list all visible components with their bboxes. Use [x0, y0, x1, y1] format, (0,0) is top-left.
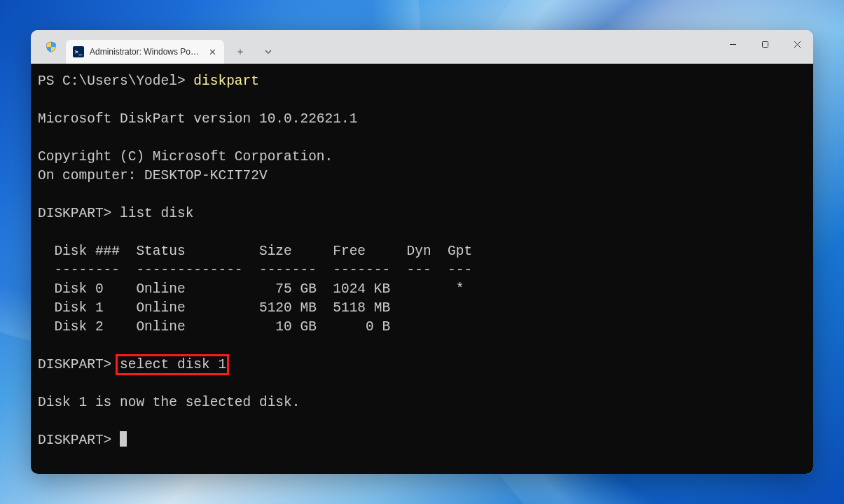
command-diskpart: diskpart: [193, 74, 259, 89]
svg-rect-1: [762, 41, 768, 47]
list-disk-command: DISKPART> list disk: [38, 206, 193, 221]
table-header: Disk ### Status Size Free Dyn Gpt: [38, 244, 472, 259]
diskpart-version: Microsoft DiskPart version 10.0.22621.1: [38, 111, 357, 127]
tab-strip: >_ Administrator: Windows Powe ✕ ＋: [31, 30, 280, 64]
selection-confirmation: Disk 1 is now the selected disk.: [38, 395, 300, 410]
tab-dropdown-button[interactable]: [256, 40, 280, 64]
ps-prompt: PS C:\Users\Yodel>: [38, 74, 193, 89]
diskpart-prompt: DISKPART>: [38, 357, 120, 372]
maximize-button[interactable]: [749, 30, 781, 58]
titlebar[interactable]: >_ Administrator: Windows Powe ✕ ＋: [31, 30, 813, 64]
new-tab-button[interactable]: ＋: [228, 40, 252, 64]
table-row: Disk 2 Online 10 GB 0 B: [38, 319, 390, 335]
tab-title: Administrator: Windows Powe: [90, 47, 200, 57]
select-disk-command: select disk 1: [120, 357, 226, 372]
close-button[interactable]: [781, 30, 813, 58]
window-controls: [717, 30, 813, 58]
tab-close-button[interactable]: ✕: [206, 46, 219, 58]
cursor: [120, 431, 127, 447]
computer-line: On computer: DESKTOP-KCIT72V: [38, 168, 268, 183]
terminal-window: >_ Administrator: Windows Powe ✕ ＋ PS C:…: [31, 30, 813, 474]
uac-shield-icon: [36, 30, 66, 64]
table-divider: -------- ------------- ------- ------- -…: [38, 262, 472, 278]
table-row: Disk 1 Online 5120 MB 5118 MB: [38, 300, 390, 316]
powershell-icon: >_: [73, 46, 84, 57]
table-row: Disk 0 Online 75 GB 1024 KB *: [38, 281, 464, 297]
terminal-body[interactable]: PS C:\Users\Yodel> diskpart Microsoft Di…: [31, 64, 813, 474]
tab-active[interactable]: >_ Administrator: Windows Powe ✕: [66, 40, 224, 64]
minimize-button[interactable]: [717, 30, 749, 58]
diskpart-prompt-active: DISKPART>: [38, 433, 120, 448]
copyright-line: Copyright (C) Microsoft Corporation.: [38, 149, 333, 164]
